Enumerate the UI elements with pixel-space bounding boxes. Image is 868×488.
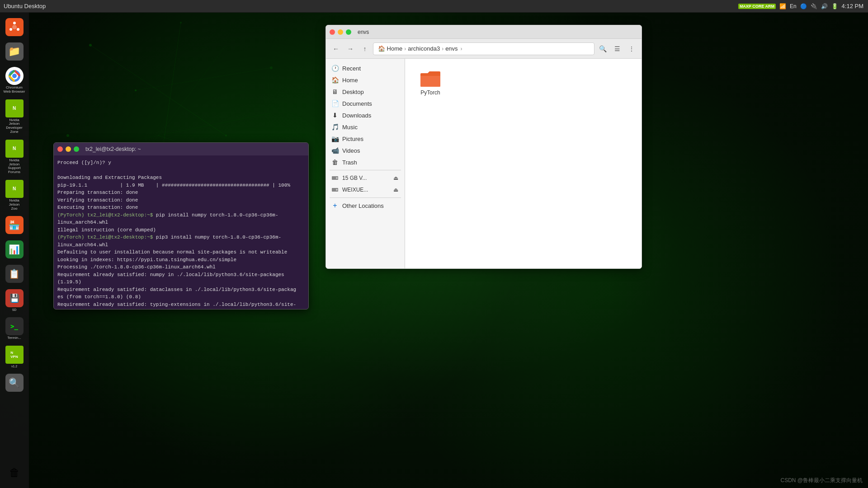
watermark-text: CSDN @鲁棒最小二乘支撑向量机	[780, 477, 863, 483]
sidebar-item-pictures[interactable]: 📷 Pictures	[326, 133, 405, 145]
volume-taskbar-icon[interactable]: 🔊	[821, 3, 828, 9]
fm-search-button[interactable]: 🔍	[596, 42, 609, 55]
fm-title: envs	[358, 29, 369, 35]
dock-item-app1[interactable]: 📋	[2, 263, 27, 286]
terminal-maximize-button[interactable]	[74, 146, 79, 152]
wifi-taskbar-icon[interactable]: 📶	[779, 3, 786, 9]
fm-breadcrumb: 🏠 Home › archiconda3 › envs ›	[373, 42, 594, 55]
pytorch-folder-icon	[420, 70, 441, 88]
dock-item-jetson-zoo[interactable]: N NvidiaJetsonZoo	[2, 178, 27, 212]
fm-titlebar: envs	[326, 25, 642, 39]
svg-point-10	[270, 66, 273, 69]
sidebar-drive2-label: WEIXUE...	[342, 187, 368, 193]
dock-item-nvidia-vpn[interactable]: NVPN v1.2	[2, 344, 27, 370]
dock-item-chromium[interactable]: ChromiumWeb Browser	[2, 65, 27, 96]
drive1-eject-button[interactable]: ⏏	[392, 174, 399, 182]
dock-item-files[interactable]: 📁	[2, 41, 27, 63]
sidebar-item-documents[interactable]: 📄 Documents	[326, 98, 405, 109]
fm-menu-button[interactable]: ⋮	[625, 42, 638, 55]
pictures-sidebar-icon: 📷	[331, 135, 339, 142]
terminal-line-3: Downloading and Extracting Packages	[57, 174, 305, 182]
dock-item-spreadsheet[interactable]: 📊	[2, 239, 27, 261]
svg-point-13	[66, 134, 69, 137]
fm-forward-button[interactable]: →	[344, 42, 357, 55]
terminal-close-button[interactable]	[57, 146, 63, 152]
terminal-line-16: Requirement already satisfied: typing-ex…	[57, 301, 305, 310]
fm-up-button[interactable]: ↑	[359, 42, 371, 55]
taskbar: Ubuntu Desktop MAXP CORE ARM 📶 En 🔵 🔌 🔊 …	[0, 0, 868, 13]
fm-main-area[interactable]: PyTorch	[405, 59, 642, 268]
dock-item-ubuntu[interactable]	[2, 16, 27, 39]
terminal-title: tx2_lei@tx2-desktop: ~	[85, 146, 141, 152]
videos-sidebar-icon: 📹	[331, 147, 339, 154]
sidebar-item-home[interactable]: 🏠 Home	[326, 74, 405, 86]
jetson-support-label: NvidiaJetsonSupportForums	[8, 159, 20, 174]
battery-taskbar-icon: 🔋	[831, 3, 838, 9]
drive2-icon	[331, 186, 339, 193]
sidebar-item-desktop[interactable]: 🖥 Desktop	[326, 86, 405, 98]
terminal-label: Termin...	[7, 336, 21, 340]
sidebar-divider-1	[330, 170, 401, 170]
dock-item-terminal[interactable]: >_ Termin...	[2, 315, 27, 342]
sidebar-home-label: Home	[342, 77, 358, 84]
sidebar-drive1-label: 15 GB V...	[342, 175, 367, 181]
sidebar-item-videos[interactable]: 📹 Videos	[326, 145, 405, 156]
home-icon: 🏠	[378, 45, 385, 52]
music-sidebar-icon: 🎵	[331, 123, 339, 131]
terminal-line-10: (PyTorch) tx2_lei@tx2-desktop:~$ pip3 in…	[57, 234, 305, 249]
fm-toolbar: ← → ↑ 🏠 Home › archiconda3 › envs › 🔍 ☰ …	[326, 39, 642, 59]
terminal-body[interactable]: Proceed ([y]/n)? y Downloading and Extra…	[54, 155, 308, 309]
svg-point-16	[12, 25, 17, 29]
pytorch-label: PyTorch	[420, 89, 440, 96]
jetson-dev-label: NvidiaJetsonDeveloperZone	[6, 118, 22, 134]
clock: 4:12 PM	[842, 3, 863, 9]
lang-taskbar-icon: En	[790, 3, 797, 9]
breadcrumb-home[interactable]: 🏠 Home	[376, 45, 404, 52]
terminal-minimize-button[interactable]	[66, 146, 71, 152]
drive1-icon	[331, 174, 339, 182]
sidebar-divider-2	[330, 197, 401, 198]
dock-item-software[interactable]: 🏪	[2, 214, 27, 237]
network-taskbar-icon[interactable]: 🔌	[811, 3, 817, 9]
fm-close-button[interactable]	[330, 29, 335, 35]
sidebar-item-music[interactable]: 🎵 Music	[326, 121, 405, 133]
chromium-browser-icon	[8, 70, 21, 82]
terminal-line-15: Requirement already satisfied: dataclass…	[57, 286, 305, 301]
downloads-sidebar-icon: ⬇	[331, 112, 339, 119]
sidebar-item-other-locations[interactable]: + Other Locations	[326, 200, 405, 211]
sidebar-item-drive1[interactable]: 15 GB V... ⏏	[326, 172, 405, 184]
sidebar-music-label: Music	[342, 124, 358, 131]
svg-point-7	[89, 44, 92, 47]
nvidia-vpn-label: v1.2	[11, 365, 17, 368]
folder-svg	[420, 70, 441, 88]
svg-point-9	[135, 89, 137, 91]
fm-back-button[interactable]: ←	[330, 42, 342, 55]
folder-pytorch[interactable]: PyTorch	[412, 66, 448, 99]
dock-item-sdtool[interactable]: 💾 SD	[2, 287, 27, 314]
sidebar-item-recent[interactable]: 🕐 Recent	[326, 62, 405, 74]
fm-content: 🕐 Recent 🏠 Home 🖥 Desktop 📄 Documents ⬇ …	[326, 59, 642, 268]
breadcrumb-archiconda3[interactable]: archiconda3	[406, 45, 442, 52]
terminal-line-11: Defaulting to user installation because …	[57, 249, 305, 256]
fm-view-button[interactable]: ☰	[611, 42, 623, 55]
svg-point-26	[336, 189, 338, 191]
watermark: CSDN @鲁棒最小二乘支撑向量机	[780, 477, 863, 484]
drive2-eject-button[interactable]: ⏏	[392, 186, 399, 193]
fm-maximize-button[interactable]	[346, 29, 351, 35]
ubuntu-icon	[8, 21, 21, 33]
sidebar-item-trash[interactable]: 🗑 Trash	[326, 156, 405, 168]
home-sidebar-icon: 🏠	[331, 76, 339, 84]
bluetooth-taskbar-icon[interactable]: 🔵	[800, 3, 807, 9]
sidebar-item-downloads[interactable]: ⬇ Downloads	[326, 109, 405, 121]
svg-point-11	[180, 22, 182, 23]
fm-minimize-button[interactable]	[338, 29, 343, 35]
filemanager-window: envs ← → ↑ 🏠 Home › archiconda3 › envs ›…	[326, 25, 642, 269]
dock-item-trash[interactable]: 🗑	[2, 462, 27, 484]
sidebar-trash-label: Trash	[342, 159, 357, 166]
sidebar-item-drive2[interactable]: WEIXUE... ⏏	[326, 184, 405, 196]
dock-item-app-search[interactable]: 🔍	[2, 372, 27, 394]
svg-line-0	[90, 45, 226, 136]
dock-item-jetson-dev[interactable]: N NvidiaJetsonDeveloperZone	[2, 98, 27, 136]
dock-item-jetson-support[interactable]: N NvidiaJetsonSupportForums	[2, 138, 27, 176]
terminal-line-4: pip-19.1.1 | 1.9 MB | ##################…	[57, 182, 305, 189]
